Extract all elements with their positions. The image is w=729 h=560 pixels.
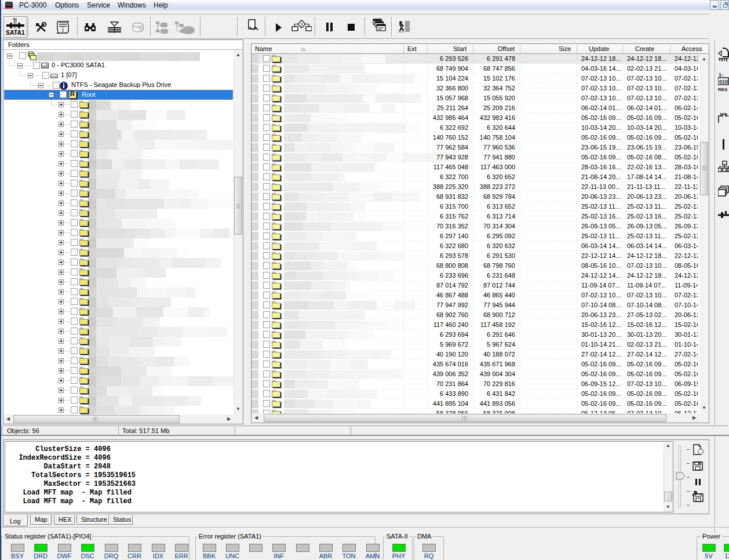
svg-text:010: 010 [719, 79, 728, 85]
svg-text:RES: RES [718, 87, 728, 92]
svg-text:?: ? [300, 22, 303, 27]
svg-text:1↓: 1↓ [719, 72, 724, 78]
